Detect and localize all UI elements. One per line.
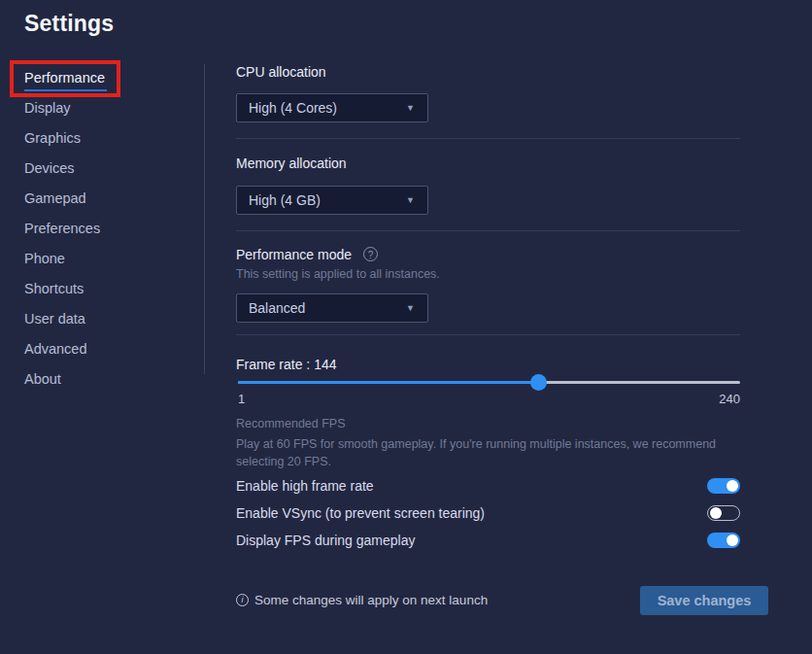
performance-mode-dropdown[interactable]: Balanced ▼ xyxy=(236,293,428,323)
sidebar-item-preferences[interactable]: Preferences xyxy=(24,221,180,240)
performance-mode-subtitle: This setting is applied to all instances… xyxy=(236,267,440,281)
toggle-label-display-fps: Display FPS during gameplay xyxy=(236,533,415,548)
toggle-knob xyxy=(710,507,722,519)
toggle-label-vsync: Enable VSync (to prevent screen tearing) xyxy=(236,505,485,521)
info-icon: i xyxy=(236,594,249,606)
page-title: Settings xyxy=(24,11,114,37)
memory-allocation-dropdown[interactable]: High (4 GB) ▼ xyxy=(236,186,428,215)
chevron-down-icon: ▼ xyxy=(406,303,427,313)
sidebar-item-shortcuts[interactable]: Shortcuts xyxy=(24,281,180,300)
cpu-allocation-dropdown[interactable]: High (4 Cores) ▼ xyxy=(236,93,428,122)
sidebar-item-user-data[interactable]: User data xyxy=(24,311,180,330)
memory-allocation-value: High (4 GB) xyxy=(237,192,406,208)
frame-rate-label: Frame rate : 144 xyxy=(236,357,337,372)
slider-max-label: 240 xyxy=(719,392,740,406)
sidebar-item-display[interactable]: Display xyxy=(24,100,180,120)
toggle-display-fps[interactable] xyxy=(707,533,740,548)
frame-rate-slider[interactable] xyxy=(238,381,740,384)
section-divider xyxy=(236,138,740,139)
recommended-fps-title: Recommended FPS xyxy=(236,417,346,430)
section-divider xyxy=(236,334,740,335)
section-divider xyxy=(236,230,740,231)
performance-mode-value: Balanced xyxy=(237,300,406,316)
sidebar-item-gamepad[interactable]: Gamepad xyxy=(24,190,180,210)
sidebar-item-devices[interactable]: Devices xyxy=(24,160,180,180)
toggle-high-frame-rate[interactable] xyxy=(707,478,740,494)
slider-min-label: 1 xyxy=(238,392,245,406)
toggle-knob xyxy=(727,534,738,546)
cpu-allocation-label: CPU allocation xyxy=(236,64,326,80)
sidebar-item-performance[interactable]: Performance xyxy=(24,70,180,89)
help-icon[interactable]: ? xyxy=(363,247,378,261)
recommended-fps-body: Play at 60 FPS for smooth gameplay. If y… xyxy=(236,435,740,470)
toggle-knob xyxy=(727,480,738,492)
sidebar-item-phone[interactable]: Phone xyxy=(24,251,180,270)
footer-note: Some changes will apply on next launch xyxy=(254,593,488,607)
sidebar-divider xyxy=(204,64,205,374)
slider-fill xyxy=(238,381,538,384)
slider-thumb[interactable] xyxy=(530,374,547,391)
toggle-vsync[interactable] xyxy=(707,505,740,521)
sidebar-item-about[interactable]: About xyxy=(24,371,180,391)
settings-window: Settings Performance Display Graphics De… xyxy=(0,0,812,654)
chevron-down-icon: ▼ xyxy=(406,103,427,113)
save-changes-button[interactable]: Save changes xyxy=(640,586,768,615)
performance-mode-label: Performance mode xyxy=(236,247,352,262)
sidebar-item-graphics[interactable]: Graphics xyxy=(24,130,180,150)
chevron-down-icon: ▼ xyxy=(406,195,427,205)
memory-allocation-label: Memory allocation xyxy=(236,155,347,171)
toggle-label-high-frame-rate: Enable high frame rate xyxy=(236,478,374,494)
sidebar-item-advanced[interactable]: Advanced xyxy=(24,341,180,361)
selected-item-underline xyxy=(24,89,107,91)
cpu-allocation-value: High (4 Cores) xyxy=(237,100,406,116)
